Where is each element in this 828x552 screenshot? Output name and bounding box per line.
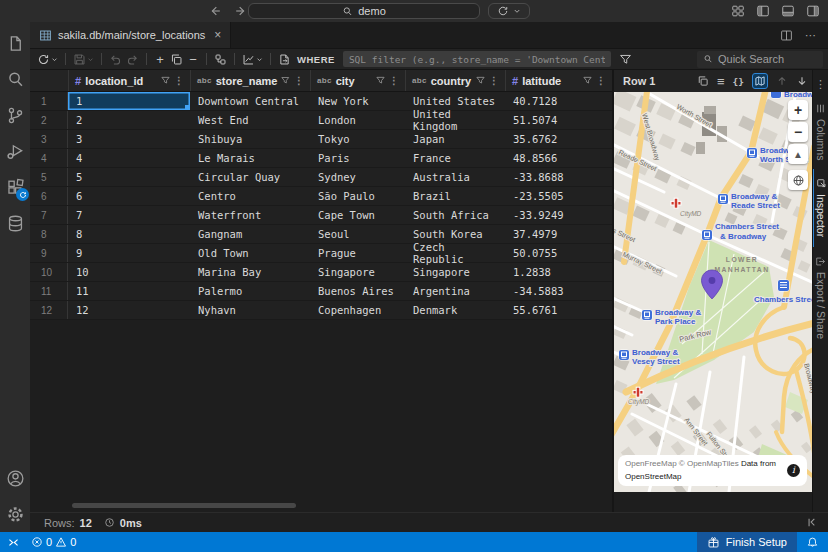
cell[interactable]: 11 <box>68 282 190 300</box>
cell[interactable]: 50.0755 <box>505 244 612 262</box>
cell[interactable]: 1 <box>68 92 190 110</box>
quick-search-input[interactable] <box>718 53 808 65</box>
row-number[interactable]: 5 <box>30 168 68 186</box>
filter-icon[interactable] <box>281 76 290 85</box>
tab-columns[interactable]: Columns <box>813 94 828 169</box>
cell[interactable]: Japan <box>405 130 505 148</box>
cell[interactable]: Nyhavn <box>190 301 310 319</box>
cell[interactable]: 7 <box>68 206 190 224</box>
column-menu-icon[interactable]: ⋮ <box>596 75 606 86</box>
cell[interactable]: Paris <box>310 149 405 167</box>
gutter-header[interactable] <box>30 70 68 91</box>
row-number[interactable]: 9 <box>30 244 68 262</box>
run-debug-icon[interactable] <box>0 133 30 169</box>
row-number[interactable]: 2 <box>30 111 68 129</box>
export-icon[interactable] <box>276 50 293 68</box>
cell[interactable]: France <box>405 149 505 167</box>
cell[interactable]: -23.5505 <box>505 187 612 205</box>
settings-gear-icon[interactable] <box>0 496 30 532</box>
column-header-location_id[interactable]: #location_id⋮ <box>68 70 190 91</box>
panel-kebab-icon[interactable]: ⋮ <box>815 74 826 94</box>
nav-forward-icon[interactable] <box>234 4 248 18</box>
account-icon[interactable] <box>0 460 30 496</box>
filter-icon[interactable] <box>476 76 485 85</box>
cell[interactable]: Brazil <box>405 187 505 205</box>
cell[interactable]: -33.9249 <box>505 206 612 224</box>
json-view-icon[interactable]: {} <box>733 76 744 87</box>
extensions-icon[interactable] <box>0 169 30 205</box>
next-row-icon[interactable] <box>796 75 808 87</box>
cell[interactable]: London <box>310 111 405 129</box>
cell[interactable]: 1.2838 <box>505 263 612 281</box>
prev-row-icon[interactable] <box>776 75 788 87</box>
cell[interactable]: Buenos Aires <box>310 282 405 300</box>
database-icon[interactable] <box>0 205 30 241</box>
cell[interactable]: Gangnam <box>190 225 310 243</box>
column-menu-icon[interactable]: ⋮ <box>174 75 184 86</box>
cell[interactable]: 9 <box>68 244 190 262</box>
column-header-latitude[interactable]: #latitude⋮ <box>505 70 612 91</box>
cell[interactable]: Marina Bay <box>190 263 310 281</box>
cell[interactable]: Singapore <box>310 263 405 281</box>
cell[interactable]: 6 <box>68 187 190 205</box>
filter-icon[interactable] <box>376 76 385 85</box>
row-number[interactable]: 1 <box>30 92 68 110</box>
save-button[interactable] <box>71 50 96 68</box>
cell[interactable]: South Africa <box>405 206 505 224</box>
column-menu-icon[interactable]: ⋮ <box>294 75 304 86</box>
cell[interactable]: Centro <box>190 187 310 205</box>
row-number[interactable]: 4 <box>30 149 68 167</box>
cell[interactable]: Le Marais <box>190 149 310 167</box>
toggle-primary-sidebar-icon[interactable] <box>756 4 770 18</box>
edit-structure-icon[interactable] <box>212 50 229 68</box>
duplicate-row-button[interactable] <box>168 50 185 68</box>
copy-row-icon[interactable] <box>697 75 709 87</box>
cell[interactable]: São Paulo <box>310 187 405 205</box>
column-header-country[interactable]: abccountry⋮ <box>405 70 505 91</box>
cell[interactable]: -33.8688 <box>505 168 612 186</box>
cell[interactable]: 3 <box>68 130 190 148</box>
map-canvas[interactable]: Worth Street West Broadway Reade Street … <box>614 92 812 492</box>
filter-funnel-icon[interactable] <box>617 50 634 68</box>
cell[interactable]: -34.5883 <box>505 282 612 300</box>
row-number[interactable]: 11 <box>30 282 68 300</box>
cell[interactable]: Tokyo <box>310 130 405 148</box>
cell[interactable]: Denmark <box>405 301 505 319</box>
cell[interactable]: 5 <box>68 168 190 186</box>
column-menu-icon[interactable]: ⋮ <box>489 75 499 86</box>
attribution-info-icon[interactable]: i <box>787 464 800 477</box>
cell[interactable]: 4 <box>68 149 190 167</box>
cell[interactable]: 51.5074 <box>505 111 612 129</box>
row-number[interactable]: 12 <box>30 301 68 319</box>
refresh-button[interactable] <box>35 50 60 68</box>
cell[interactable]: 55.6761 <box>505 301 612 319</box>
row-number[interactable]: 3 <box>30 130 68 148</box>
cell[interactable]: Old Town <box>190 244 310 262</box>
command-center-search[interactable]: demo <box>248 3 480 19</box>
cell[interactable]: Palermo <box>190 282 310 300</box>
explorer-icon[interactable] <box>0 25 30 61</box>
customize-layout-icon[interactable] <box>731 4 745 18</box>
cell[interactable]: Shibuya <box>190 130 310 148</box>
split-editor-icon[interactable] <box>780 29 793 42</box>
remote-indicator[interactable] <box>0 532 27 552</box>
cell[interactable]: New York <box>310 92 405 110</box>
column-header-city[interactable]: abccity⋮ <box>310 70 405 91</box>
cell[interactable]: Singapore <box>405 263 505 281</box>
cell[interactable]: Copenhagen <box>310 301 405 319</box>
source-control-icon[interactable] <box>0 97 30 133</box>
tab-inspector[interactable]: Inspector <box>813 169 828 246</box>
add-row-button[interactable]: + <box>152 50 168 68</box>
cell[interactable]: Australia <box>405 168 505 186</box>
row-number[interactable]: 10 <box>30 263 68 281</box>
cell[interactable]: Waterfront <box>190 206 310 224</box>
cell[interactable]: 35.6762 <box>505 130 612 148</box>
row-number[interactable]: 8 <box>30 225 68 243</box>
sql-filter-input[interactable] <box>343 51 611 67</box>
map-view-icon[interactable] <box>752 73 768 89</box>
map-zoom-out-button[interactable]: − <box>788 122 808 142</box>
list-view-icon[interactable]: ≡ <box>717 74 725 89</box>
collapse-panel-icon[interactable] <box>805 516 818 529</box>
column-header-store_name[interactable]: abcstore_name⋮ <box>190 70 310 91</box>
column-menu-icon[interactable]: ⋮ <box>389 75 399 86</box>
